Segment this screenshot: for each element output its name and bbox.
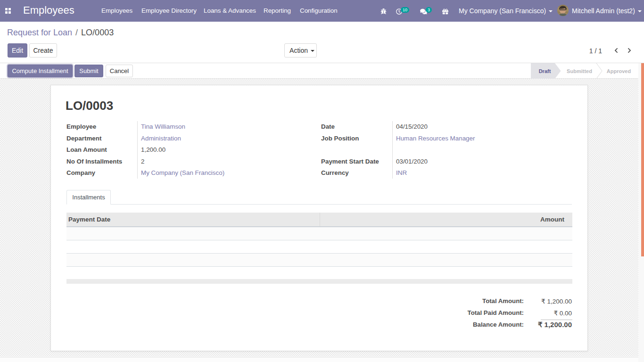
svg-text:Submitted: Submitted [567,68,592,74]
svg-text:Draft: Draft [539,68,551,74]
svg-text:Approved: Approved [607,68,631,74]
